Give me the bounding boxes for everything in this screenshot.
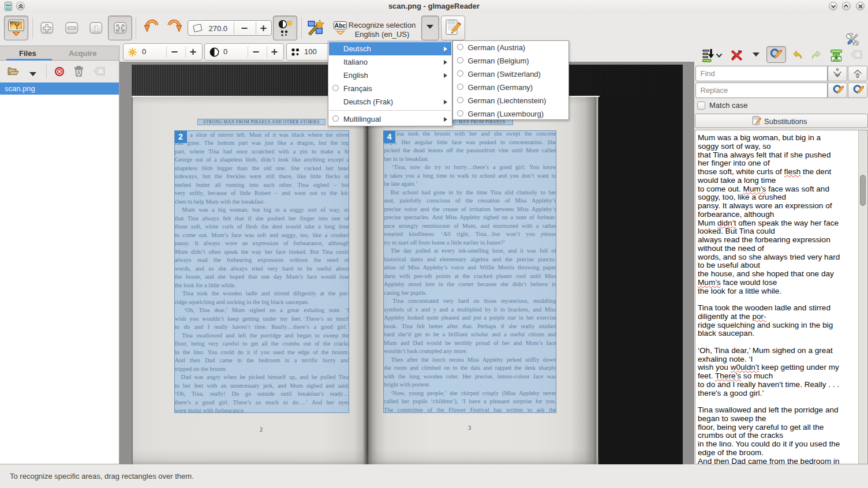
svg-text:1: 1	[93, 24, 98, 33]
svg-text:scan: scan	[6, 7, 11, 10]
